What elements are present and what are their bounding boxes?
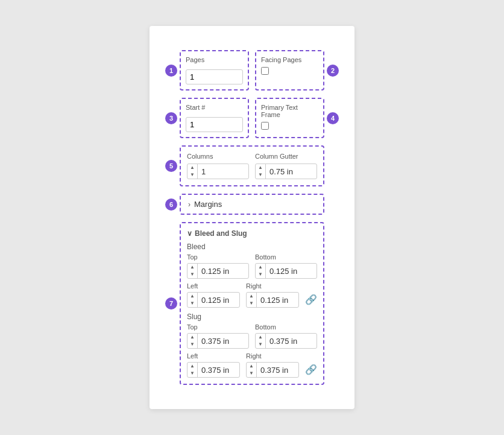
bleed-right-field: Right ▲ ▼ 0.125 in: [246, 282, 299, 308]
columns-field: Columns ▲ ▼ 1: [187, 153, 249, 179]
slug-link-icon[interactable]: 🔗: [305, 364, 317, 378]
pages-input[interactable]: [186, 69, 243, 84]
slug-left-up[interactable]: ▲: [190, 363, 195, 370]
slug-label: Slug: [187, 313, 317, 321]
pages-section: Pages: [180, 50, 249, 90]
primary-text-frame-section: Primary Text Frame: [255, 98, 324, 138]
start-hash-input[interactable]: [186, 117, 243, 132]
slug-left-label: Left: [187, 352, 240, 360]
slug-bottom-value: 0.375 in: [266, 334, 317, 348]
bleed-top-field: Top ▲ ▼ 0.125 in: [187, 253, 249, 279]
badge-3: 3: [165, 112, 177, 124]
slug-top-label: Top: [187, 323, 249, 331]
bleed-top-down[interactable]: ▼: [190, 271, 195, 278]
bleed-left-down[interactable]: ▼: [190, 300, 195, 307]
slug-right-down[interactable]: ▼: [249, 370, 254, 377]
badge-4: 4: [327, 112, 339, 124]
bleed-left-field: Left ▲ ▼ 0.125 in: [187, 282, 240, 308]
bleed-right-value: 0.125 in: [257, 293, 298, 307]
badge-2: 2: [327, 65, 339, 77]
margins-section[interactable]: › Margins: [180, 194, 324, 215]
slug-top-down[interactable]: ▼: [190, 341, 195, 348]
bleed-bottom-value: 0.125 in: [266, 264, 317, 278]
bleed-bottom-down[interactable]: ▼: [258, 271, 263, 278]
slug-top-up[interactable]: ▲: [190, 334, 195, 341]
column-gutter-field: Column Gutter ▲ ▼ 0.75 in: [255, 153, 317, 179]
columns-down-arrow[interactable]: ▼: [190, 171, 195, 179]
slug-right-up[interactable]: ▲: [249, 363, 254, 370]
bleed-slug-section: ∨ Bleed and Slug Bleed Top ▲ ▼: [180, 222, 324, 385]
bleed-left-label: Left: [187, 282, 240, 290]
margins-chevron-icon: ›: [188, 200, 191, 209]
primary-text-frame-label: Primary Text Frame: [261, 104, 318, 118]
column-gutter-value: 0.75 in: [266, 165, 317, 179]
bleed-bottom-field: Bottom ▲ ▼ 0.125 in: [255, 253, 317, 279]
slug-right-field: Right ▲ ▼ 0.375 in: [246, 352, 299, 378]
slug-bottom-up[interactable]: ▲: [258, 334, 263, 341]
slug-top-value: 0.375 in: [198, 334, 248, 348]
badge-5: 5: [165, 160, 177, 172]
bleed-top-value: 0.125 in: [198, 264, 248, 278]
slug-bottom-label: Bottom: [255, 323, 317, 331]
slug-top-field: Top ▲ ▼ 0.375 in: [187, 323, 249, 349]
bleed-left-value: 0.125 in: [198, 293, 239, 307]
column-gutter-down-arrow[interactable]: ▼: [258, 171, 263, 179]
bleed-link-icon[interactable]: 🔗: [305, 294, 317, 308]
columns-section: Columns ▲ ▼ 1 Column Gutter: [180, 145, 324, 186]
slug-left-down[interactable]: ▼: [190, 370, 195, 377]
badge-7: 7: [165, 297, 177, 310]
badge-1: 1: [165, 65, 177, 77]
columns-label: Columns: [187, 153, 249, 160]
badge-6: 6: [165, 198, 177, 211]
bleed-slug-chevron-icon: ∨: [187, 229, 192, 238]
bleed-right-label: Right: [246, 282, 299, 290]
bleed-slug-title-text: Bleed and Slug: [195, 229, 247, 238]
bleed-top-up[interactable]: ▲: [190, 264, 195, 271]
slug-bottom-down[interactable]: ▼: [258, 341, 263, 348]
bleed-slug-title[interactable]: ∨ Bleed and Slug: [187, 229, 317, 238]
bleed-right-up[interactable]: ▲: [249, 293, 254, 300]
bleed-label: Bleed: [187, 243, 317, 251]
primary-text-frame-checkbox[interactable]: [261, 122, 269, 130]
bleed-left-up[interactable]: ▲: [190, 293, 195, 300]
slug-bottom-field: Bottom ▲ ▼ 0.375 in: [255, 323, 317, 349]
column-gutter-up-arrow[interactable]: ▲: [258, 164, 263, 171]
slug-left-value: 0.375 in: [198, 363, 239, 377]
facing-pages-checkbox[interactable]: [261, 67, 269, 75]
columns-up-arrow[interactable]: ▲: [190, 164, 195, 171]
column-gutter-label: Column Gutter: [255, 153, 317, 160]
margins-label: Margins: [194, 200, 222, 209]
slug-left-field: Left ▲ ▼ 0.375 in: [187, 352, 240, 378]
start-hash-section: Start #: [180, 98, 249, 138]
slug-right-value: 0.375 in: [257, 363, 298, 377]
bleed-top-label: Top: [187, 253, 249, 261]
bleed-bottom-label: Bottom: [255, 253, 317, 261]
facing-pages-label: Facing Pages: [261, 56, 318, 63]
columns-value: 1: [198, 165, 248, 179]
facing-pages-section: Facing Pages: [255, 50, 324, 90]
bleed-right-down[interactable]: ▼: [249, 300, 254, 307]
pages-label: Pages: [186, 56, 243, 63]
bleed-bottom-up[interactable]: ▲: [258, 264, 263, 271]
start-hash-label: Start #: [186, 104, 243, 111]
slug-right-label: Right: [246, 352, 299, 360]
